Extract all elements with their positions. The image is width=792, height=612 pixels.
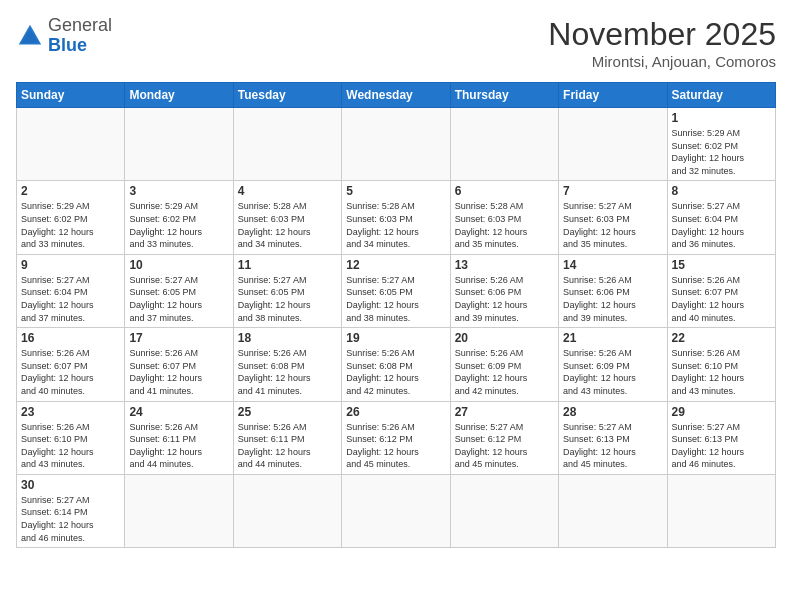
day-info: Sunrise: 5:26 AMSunset: 6:12 PMDaylight:… — [346, 421, 445, 471]
day-number: 23 — [21, 405, 120, 419]
month-title: November 2025 — [548, 16, 776, 53]
th-thursday: Thursday — [450, 83, 558, 108]
day-info: Sunrise: 5:27 AMSunset: 6:05 PMDaylight:… — [129, 274, 228, 324]
day-number: 19 — [346, 331, 445, 345]
day-number: 13 — [455, 258, 554, 272]
day-number: 26 — [346, 405, 445, 419]
th-monday: Monday — [125, 83, 233, 108]
table-row: 3Sunrise: 5:29 AMSunset: 6:02 PMDaylight… — [125, 181, 233, 254]
day-number: 28 — [563, 405, 662, 419]
table-row: 10Sunrise: 5:27 AMSunset: 6:05 PMDayligh… — [125, 254, 233, 327]
logo: General Blue — [16, 16, 112, 56]
day-info: Sunrise: 5:27 AMSunset: 6:04 PMDaylight:… — [672, 200, 771, 250]
table-row: 21Sunrise: 5:26 AMSunset: 6:09 PMDayligh… — [559, 328, 667, 401]
table-row: 15Sunrise: 5:26 AMSunset: 6:07 PMDayligh… — [667, 254, 775, 327]
table-row: 18Sunrise: 5:26 AMSunset: 6:08 PMDayligh… — [233, 328, 341, 401]
day-info: Sunrise: 5:26 AMSunset: 6:08 PMDaylight:… — [346, 347, 445, 397]
th-tuesday: Tuesday — [233, 83, 341, 108]
table-row — [667, 474, 775, 547]
table-row: 1Sunrise: 5:29 AMSunset: 6:02 PMDaylight… — [667, 108, 775, 181]
day-info: Sunrise: 5:26 AMSunset: 6:10 PMDaylight:… — [21, 421, 120, 471]
table-row: 20Sunrise: 5:26 AMSunset: 6:09 PMDayligh… — [450, 328, 558, 401]
day-number: 27 — [455, 405, 554, 419]
weekday-header-row: Sunday Monday Tuesday Wednesday Thursday… — [17, 83, 776, 108]
day-info: Sunrise: 5:26 AMSunset: 6:10 PMDaylight:… — [672, 347, 771, 397]
table-row: 26Sunrise: 5:26 AMSunset: 6:12 PMDayligh… — [342, 401, 450, 474]
day-number: 5 — [346, 184, 445, 198]
table-row: 4Sunrise: 5:28 AMSunset: 6:03 PMDaylight… — [233, 181, 341, 254]
day-info: Sunrise: 5:26 AMSunset: 6:07 PMDaylight:… — [129, 347, 228, 397]
table-row: 30Sunrise: 5:27 AMSunset: 6:14 PMDayligh… — [17, 474, 125, 547]
logo-icon — [16, 22, 44, 50]
table-row — [233, 474, 341, 547]
table-row: 6Sunrise: 5:28 AMSunset: 6:03 PMDaylight… — [450, 181, 558, 254]
day-number: 6 — [455, 184, 554, 198]
day-number: 8 — [672, 184, 771, 198]
table-row — [450, 474, 558, 547]
table-row: 27Sunrise: 5:27 AMSunset: 6:12 PMDayligh… — [450, 401, 558, 474]
table-row — [342, 474, 450, 547]
day-number: 2 — [21, 184, 120, 198]
day-info: Sunrise: 5:26 AMSunset: 6:08 PMDaylight:… — [238, 347, 337, 397]
day-number: 4 — [238, 184, 337, 198]
day-number: 14 — [563, 258, 662, 272]
day-info: Sunrise: 5:26 AMSunset: 6:09 PMDaylight:… — [455, 347, 554, 397]
day-info: Sunrise: 5:27 AMSunset: 6:13 PMDaylight:… — [672, 421, 771, 471]
day-info: Sunrise: 5:26 AMSunset: 6:06 PMDaylight:… — [563, 274, 662, 324]
day-info: Sunrise: 5:28 AMSunset: 6:03 PMDaylight:… — [346, 200, 445, 250]
th-sunday: Sunday — [17, 83, 125, 108]
day-info: Sunrise: 5:29 AMSunset: 6:02 PMDaylight:… — [672, 127, 771, 177]
table-row: 22Sunrise: 5:26 AMSunset: 6:10 PMDayligh… — [667, 328, 775, 401]
day-number: 9 — [21, 258, 120, 272]
calendar-row: 23Sunrise: 5:26 AMSunset: 6:10 PMDayligh… — [17, 401, 776, 474]
day-number: 10 — [129, 258, 228, 272]
day-number: 15 — [672, 258, 771, 272]
day-info: Sunrise: 5:26 AMSunset: 6:11 PMDaylight:… — [238, 421, 337, 471]
table-row — [233, 108, 341, 181]
table-row: 28Sunrise: 5:27 AMSunset: 6:13 PMDayligh… — [559, 401, 667, 474]
page-header: General Blue November 2025 Mirontsi, Anj… — [16, 16, 776, 70]
table-row — [17, 108, 125, 181]
table-row: 8Sunrise: 5:27 AMSunset: 6:04 PMDaylight… — [667, 181, 775, 254]
day-info: Sunrise: 5:27 AMSunset: 6:03 PMDaylight:… — [563, 200, 662, 250]
table-row: 16Sunrise: 5:26 AMSunset: 6:07 PMDayligh… — [17, 328, 125, 401]
day-number: 22 — [672, 331, 771, 345]
day-info: Sunrise: 5:26 AMSunset: 6:09 PMDaylight:… — [563, 347, 662, 397]
day-info: Sunrise: 5:26 AMSunset: 6:06 PMDaylight:… — [455, 274, 554, 324]
day-info: Sunrise: 5:27 AMSunset: 6:05 PMDaylight:… — [346, 274, 445, 324]
day-info: Sunrise: 5:29 AMSunset: 6:02 PMDaylight:… — [129, 200, 228, 250]
table-row — [450, 108, 558, 181]
day-info: Sunrise: 5:27 AMSunset: 6:05 PMDaylight:… — [238, 274, 337, 324]
table-row — [559, 474, 667, 547]
day-info: Sunrise: 5:28 AMSunset: 6:03 PMDaylight:… — [238, 200, 337, 250]
table-row: 9Sunrise: 5:27 AMSunset: 6:04 PMDaylight… — [17, 254, 125, 327]
day-number: 20 — [455, 331, 554, 345]
th-wednesday: Wednesday — [342, 83, 450, 108]
table-row: 25Sunrise: 5:26 AMSunset: 6:11 PMDayligh… — [233, 401, 341, 474]
th-saturday: Saturday — [667, 83, 775, 108]
day-info: Sunrise: 5:29 AMSunset: 6:02 PMDaylight:… — [21, 200, 120, 250]
table-row: 5Sunrise: 5:28 AMSunset: 6:03 PMDaylight… — [342, 181, 450, 254]
day-number: 7 — [563, 184, 662, 198]
table-row: 11Sunrise: 5:27 AMSunset: 6:05 PMDayligh… — [233, 254, 341, 327]
logo-text: General Blue — [48, 16, 112, 56]
day-info: Sunrise: 5:27 AMSunset: 6:14 PMDaylight:… — [21, 494, 120, 544]
table-row: 23Sunrise: 5:26 AMSunset: 6:10 PMDayligh… — [17, 401, 125, 474]
day-number: 25 — [238, 405, 337, 419]
day-number: 29 — [672, 405, 771, 419]
calendar-table: Sunday Monday Tuesday Wednesday Thursday… — [16, 82, 776, 548]
day-number: 30 — [21, 478, 120, 492]
day-number: 12 — [346, 258, 445, 272]
day-info: Sunrise: 5:27 AMSunset: 6:04 PMDaylight:… — [21, 274, 120, 324]
th-friday: Friday — [559, 83, 667, 108]
table-row: 2Sunrise: 5:29 AMSunset: 6:02 PMDaylight… — [17, 181, 125, 254]
location: Mirontsi, Anjouan, Comoros — [548, 53, 776, 70]
table-row: 19Sunrise: 5:26 AMSunset: 6:08 PMDayligh… — [342, 328, 450, 401]
table-row: 7Sunrise: 5:27 AMSunset: 6:03 PMDaylight… — [559, 181, 667, 254]
day-info: Sunrise: 5:26 AMSunset: 6:07 PMDaylight:… — [672, 274, 771, 324]
calendar-row: 2Sunrise: 5:29 AMSunset: 6:02 PMDaylight… — [17, 181, 776, 254]
day-number: 24 — [129, 405, 228, 419]
calendar-row: 30Sunrise: 5:27 AMSunset: 6:14 PMDayligh… — [17, 474, 776, 547]
table-row: 14Sunrise: 5:26 AMSunset: 6:06 PMDayligh… — [559, 254, 667, 327]
title-block: November 2025 Mirontsi, Anjouan, Comoros — [548, 16, 776, 70]
